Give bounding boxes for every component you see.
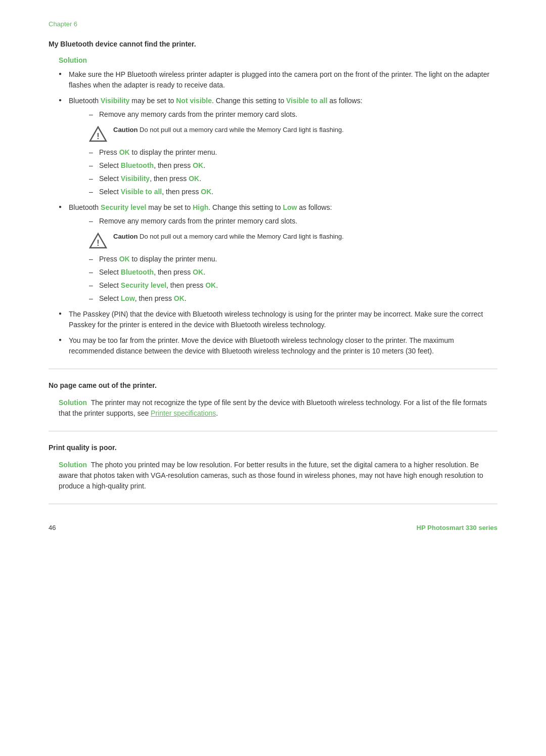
list-item: Select Bluetooth, then press OK.	[89, 160, 497, 171]
low-term: Low	[283, 203, 297, 211]
bullet4-text: The Passkey (PIN) that the device with B…	[69, 310, 483, 329]
list-item: The Passkey (PIN) that the device with B…	[59, 309, 497, 330]
divider-3	[49, 504, 497, 504]
svg-text:!: !	[97, 239, 99, 247]
caution-triangle-icon-2: !	[89, 233, 107, 249]
security-level-term: Security level	[101, 203, 146, 211]
list-item: Press OK to display the printer menu.	[89, 147, 497, 158]
caution-bold-label-2: Caution	[113, 233, 138, 240]
list-item: You may be too far from the printer. Mov…	[59, 335, 497, 357]
not-visible-term: Not visible	[176, 97, 212, 105]
caution-content-2: Do not pull out a memory card while the …	[138, 233, 344, 240]
no-page-solution-text: The printer may not recognize the type o…	[59, 398, 487, 417]
security-level-term: Security level	[121, 281, 166, 289]
visible-to-all-term: Visible to all	[286, 97, 327, 105]
ok-term: OK	[205, 281, 216, 289]
bluetooth-section-title: My Bluetooth device cannot find the prin…	[49, 40, 497, 48]
divider-1	[49, 369, 497, 369]
bluetooth-bullet-list: Make sure the HP Bluetooth wireless prin…	[59, 69, 497, 357]
dash-text: Remove any memory cards from the printer…	[99, 110, 297, 118]
no-page-section: No page came out of the printer. Solutio…	[49, 381, 497, 419]
bullet3-dash-list: Remove any memory cards from the printer…	[89, 216, 497, 227]
print-quality-solution-label: Solution	[59, 461, 87, 469]
bullet2-text: Bluetooth Visibility may be set to Not v…	[69, 97, 362, 105]
caution-box-2: ! Caution Do not pull out a memory card …	[89, 232, 497, 249]
no-page-solution-end: .	[216, 409, 218, 417]
print-quality-section: Print quality is poor. Solution The phot…	[49, 443, 497, 492]
high-term: High	[193, 203, 208, 211]
list-item: Remove any memory cards from the printer…	[89, 216, 497, 227]
bluetooth-term: Bluetooth	[121, 268, 154, 276]
dash-text: Remove any memory cards from the printer…	[99, 217, 297, 225]
divider-2	[49, 431, 497, 431]
list-item: Bluetooth Security level may be set to H…	[59, 202, 497, 304]
list-item: Bluetooth Visibility may be set to Not v…	[59, 96, 497, 197]
caution-text-2: Caution Do not pull out a memory card wh…	[113, 232, 344, 242]
list-item: Select Bluetooth, then press OK.	[89, 267, 497, 278]
bluetooth-section: My Bluetooth device cannot find the prin…	[49, 40, 497, 357]
bullet1-text: Make sure the HP Bluetooth wireless prin…	[69, 70, 489, 89]
bullet3-dash-list2: Press OK to display the printer menu. Se…	[89, 254, 497, 304]
bullet2-dash-list: Remove any memory cards from the printer…	[89, 109, 497, 120]
print-quality-solution: Solution The photo you printed may be lo…	[59, 460, 497, 492]
page-number: 46	[49, 524, 56, 531]
ok-term: OK	[174, 294, 185, 302]
visibility-term: Visibility	[121, 174, 150, 183]
list-item: Select Visibility, then press OK.	[89, 173, 497, 184]
caution-content: Do not pull out a memory card while the …	[138, 126, 344, 134]
ok-term: OK	[189, 174, 199, 183]
ok-term: OK	[193, 268, 203, 276]
no-page-section-title: No page came out of the printer.	[49, 381, 497, 389]
list-item: Press OK to display the printer menu.	[89, 254, 497, 264]
bullet2-dash-list2: Press OK to display the printer menu. Se…	[89, 147, 497, 197]
visibility-term: Visibility	[101, 97, 129, 105]
chapter-label: Chapter 6	[49, 20, 497, 28]
caution-text-1: Caution Do not pull out a memory card wh…	[113, 125, 344, 135]
product-name: HP Photosmart 330 series	[417, 524, 497, 531]
bluetooth-term: Bluetooth	[121, 161, 154, 169]
page-footer: 46 HP Photosmart 330 series	[49, 524, 497, 531]
no-page-solution-label: Solution	[59, 398, 87, 407]
low-term: Low	[121, 294, 135, 302]
bullet3-text: Bluetooth Security level may be set to H…	[69, 203, 332, 211]
ok-term: OK	[193, 161, 203, 169]
list-item: Select Low, then press OK.	[89, 293, 497, 304]
list-item: Select Security level, then press OK.	[89, 280, 497, 291]
bullet5-text: You may be too far from the printer. Mov…	[69, 336, 454, 355]
svg-text:!: !	[97, 132, 99, 141]
list-item: Select Visible to all, then press OK.	[89, 187, 497, 197]
list-item: Remove any memory cards from the printer…	[89, 109, 497, 120]
ok-term: OK	[119, 148, 130, 156]
caution-bold-label: Caution	[113, 126, 138, 134]
print-quality-section-title: Print quality is poor.	[49, 443, 497, 452]
ok-term: OK	[201, 188, 211, 196]
no-page-solution: Solution The printer may not recognize t…	[59, 397, 497, 419]
printer-specs-link[interactable]: Printer specifications	[151, 409, 216, 417]
print-quality-solution-text: The photo you printed may be low resolut…	[59, 461, 483, 490]
list-item: Make sure the HP Bluetooth wireless prin…	[59, 69, 497, 91]
ok-term: OK	[119, 255, 130, 263]
visible-to-all-term: Visible to all	[121, 188, 162, 196]
bluetooth-solution-label: Solution	[59, 56, 497, 64]
caution-triangle-icon: !	[89, 126, 107, 142]
caution-box-1: ! Caution Do not pull out a memory card …	[89, 125, 497, 142]
